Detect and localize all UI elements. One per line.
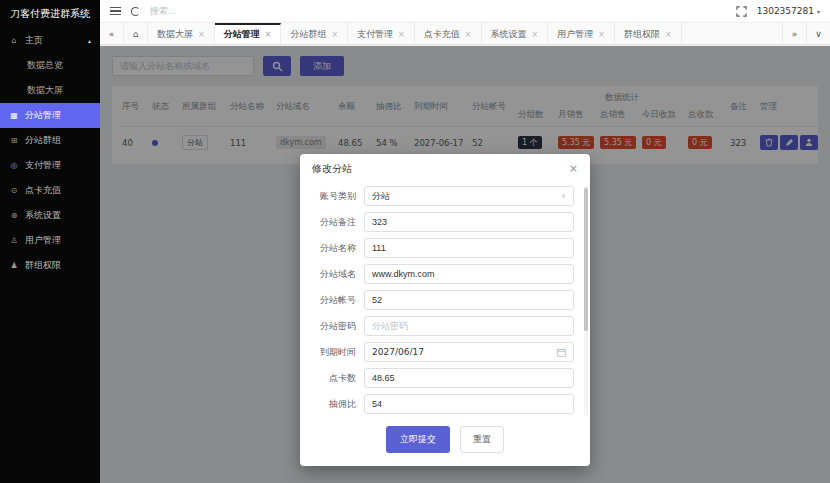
tab-payment-manage[interactable]: 支付管理 × — [348, 23, 415, 44]
edit-substation-modal: 修改分站 × 账号类别 分站 ∨ 分站备注 分站名称 分站域名 分站帐号 分站密 — [300, 154, 590, 466]
collapse-tabs-icon[interactable]: « — [100, 23, 124, 44]
domain-label: 分站域名 — [310, 268, 364, 281]
sidebar-item-label: 数据大屏 — [27, 84, 63, 97]
app-title: 刀客付费进群系统 — [0, 0, 100, 28]
username: 1302357281 — [757, 6, 814, 16]
refresh-icon[interactable] — [131, 7, 140, 16]
name-field[interactable] — [372, 243, 566, 253]
sidebar-item-substation-groups[interactable]: ⊞ 分站群组 — [0, 128, 100, 153]
circle-icon: ◎ — [9, 161, 19, 170]
remark-label: 分站备注 — [310, 216, 364, 229]
expire-label: 到期时间 — [310, 346, 364, 359]
user-menu[interactable]: 1302357281 ▾ — [757, 6, 820, 16]
topbar: 1302357281 ▾ — [100, 0, 830, 22]
tab-group-permissions[interactable]: 群组权限 × — [615, 23, 682, 44]
home-tab-icon[interactable]: ⌂ — [124, 23, 148, 44]
sidebar-item-label: 系统设置 — [25, 209, 61, 222]
sidebar-item-label: 数据总览 — [27, 59, 63, 72]
close-icon[interactable]: × — [598, 30, 605, 39]
chevron-down-icon: ∨ — [561, 192, 566, 200]
reset-button[interactable]: 重置 — [460, 426, 504, 453]
close-icon[interactable]: × — [265, 30, 272, 39]
close-icon[interactable]: × — [665, 30, 672, 39]
close-icon[interactable]: × — [398, 30, 405, 39]
tab-data-screen[interactable]: 数据大屏 × — [148, 23, 215, 44]
submit-button[interactable]: 立即提交 — [386, 426, 450, 453]
coin-icon: ⊙ — [9, 186, 19, 195]
close-icon[interactable]: × — [532, 30, 539, 39]
tab-user-manage[interactable]: 用户管理 × — [548, 23, 615, 44]
commission-field[interactable] — [372, 399, 566, 409]
close-icon[interactable]: × — [198, 30, 205, 39]
name-label: 分站名称 — [310, 242, 364, 255]
tab-substation-manage[interactable]: 分站管理 × — [215, 23, 282, 44]
card-count-field[interactable] — [372, 373, 566, 383]
caret-down-icon: ▾ — [817, 8, 820, 15]
caret-up-icon: ▴ — [88, 37, 91, 44]
sidebar-item-payment-manage[interactable]: ◎ 支付管理 — [0, 153, 100, 178]
sidebar-item-label: 主页 — [25, 34, 43, 47]
expire-date-picker[interactable]: 2027/06/17 — [364, 342, 574, 362]
sidebar-item-user-manage[interactable]: ♙ 用户管理 — [0, 228, 100, 253]
gear-icon: ⊛ — [9, 211, 19, 220]
sidebar-item-label: 支付管理 — [25, 159, 61, 172]
category-label: 账号类别 — [310, 190, 364, 203]
sidebar-item-substation-manage[interactable]: ▦ 分站管理 — [0, 103, 100, 128]
sidebar-item-data-screen[interactable]: 数据大屏 — [0, 78, 100, 103]
account-label: 分站帐号 — [310, 294, 364, 307]
sidebar-item-system-settings[interactable]: ⊛ 系统设置 — [0, 203, 100, 228]
card-count-label: 点卡数 — [310, 372, 364, 385]
sidebar-item-label: 分站群组 — [25, 134, 61, 147]
tab-card-recharge[interactable]: 点卡充值 × — [415, 23, 482, 44]
menu-toggle-icon[interactable] — [110, 7, 121, 16]
sidebar-item-label: 点卡充值 — [25, 184, 61, 197]
squares-icon: ⊞ — [9, 136, 19, 145]
home-icon: ⌂ — [9, 36, 19, 45]
modal-title: 修改分站 — [312, 162, 352, 176]
tab-system-settings[interactable]: 系统设置 × — [482, 23, 549, 44]
user-icon: ♙ — [9, 236, 19, 245]
sidebar-item-group-permissions[interactable]: ♟ 群组权限 — [0, 253, 100, 278]
sidebar-item-data-overview[interactable]: 数据总览 — [0, 53, 100, 78]
fullscreen-icon[interactable] — [736, 6, 747, 17]
account-field[interactable] — [372, 295, 566, 305]
sidebar: 刀客付费进群系统 ⌂ 主页 ▴ 数据总览 数据大屏 ▦ 分站管理 ⊞ 分站群组 … — [0, 0, 100, 483]
tab-substation-groups[interactable]: 分站群组 × — [281, 23, 348, 44]
domain-field[interactable] — [372, 269, 566, 279]
commission-label: 抽佣比 — [310, 398, 364, 411]
modal-scrollbar[interactable] — [584, 186, 588, 416]
sidebar-item-label: 用户管理 — [25, 234, 61, 247]
tabs-dropdown-icon[interactable]: ∨ — [806, 23, 830, 44]
remark-field[interactable] — [372, 217, 566, 227]
password-label: 分站密码 — [310, 320, 364, 333]
calendar-icon — [557, 348, 566, 357]
global-search-input[interactable] — [150, 6, 245, 16]
category-select[interactable]: 分站 ∨ — [364, 186, 574, 206]
tabbar: « ⌂ 数据大屏 × 分站管理 × 分站群组 × 支付管理 × 点卡充值 × 系… — [100, 22, 830, 45]
sidebar-item-home[interactable]: ⌂ 主页 ▴ — [0, 28, 100, 53]
sidebar-item-label: 群组权限 — [25, 259, 61, 272]
close-icon[interactable]: × — [569, 164, 578, 174]
close-icon[interactable]: × — [465, 30, 472, 39]
close-icon[interactable]: × — [331, 30, 338, 39]
password-field[interactable] — [372, 321, 566, 331]
grid-icon: ▦ — [9, 111, 19, 120]
users-icon: ♟ — [9, 261, 19, 270]
sidebar-item-card-recharge[interactable]: ⊙ 点卡充值 — [0, 178, 100, 203]
sidebar-item-label: 分站管理 — [25, 109, 61, 122]
tabs-more-icon[interactable]: » — [782, 23, 806, 44]
